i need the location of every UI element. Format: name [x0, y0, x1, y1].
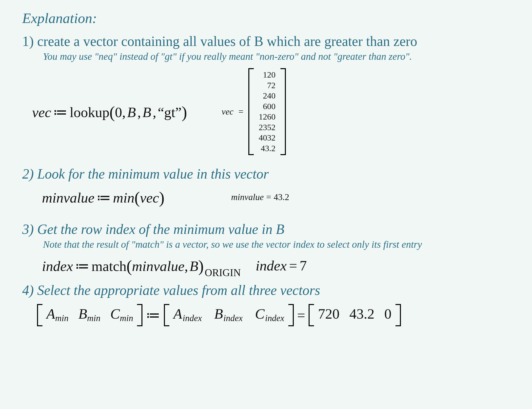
step3-subnote: Note that the result of "match" is a vec… [43, 239, 520, 250]
step2-title: 2) Look for the minimum value in this ve… [22, 166, 520, 182]
vec-cell: 72 [267, 80, 276, 91]
quote-open: “ [158, 104, 164, 121]
eq-sign: = [289, 257, 297, 274]
step4-mid-content: Aindex Bindex Cindex [169, 304, 288, 326]
quote-close: ” [175, 104, 182, 121]
vec-cell: 120 [263, 70, 276, 80]
comma: , [122, 104, 126, 121]
vec-cell: 4032 [259, 133, 276, 143]
sub-min: min [55, 313, 68, 323]
sym-A: A [46, 306, 55, 322]
step2-title-text: Look for the minimum value in this vecto… [37, 166, 269, 182]
vec-cell: 2352 [259, 122, 276, 133]
rparen: ) [182, 103, 187, 122]
bracket-left [309, 304, 314, 326]
sym-B: B [78, 306, 87, 322]
step1-argB2: B [142, 104, 151, 121]
eq-sign: = [238, 106, 243, 117]
bracket-right [395, 304, 401, 326]
step4-title: 4) Select the appropriate values from al… [22, 282, 520, 298]
bracket-left [164, 304, 169, 326]
vec-cell: 240 [263, 91, 276, 101]
step2-res-lhs: minvalue [231, 192, 264, 202]
step1-func: lookup [70, 104, 109, 121]
step1-number: 1) [22, 34, 34, 49]
step1-lhs: vec [32, 104, 51, 121]
bracket-right [288, 304, 294, 326]
bracket-left [248, 68, 254, 155]
vec-cell: 600 [263, 101, 276, 112]
step3-title: 3) Get the row index of the minimum valu… [22, 221, 520, 237]
step1-definition: vec ≔ lookup ( 0 , B , B , “gt” ) [32, 102, 187, 121]
step3-lhs: index [42, 258, 73, 274]
vec-cell: 43.2 [261, 143, 276, 154]
step1-gt: gt [164, 104, 175, 121]
sym-C: C [255, 306, 265, 322]
sym-A: A [173, 306, 182, 322]
step3-func: match [92, 258, 127, 274]
step4-title-text: Select the appropriate values from all t… [37, 283, 320, 298]
step3-title-text: Get the row index of the minimum value i… [37, 222, 284, 237]
step2-definition: minvalue ≔ min ( vec ) [42, 188, 164, 206]
lparen: ( [109, 103, 115, 122]
val-2: 43.2 [349, 306, 374, 322]
step1-vector: 120 72 240 600 1260 2352 4032 43.2 [248, 68, 286, 155]
lparen: ( [126, 257, 132, 276]
step2-arg: vec [140, 189, 159, 206]
step2-res-val: 43.2 [274, 192, 289, 202]
step1-title-text: create a vector containing all values of… [37, 34, 417, 49]
bracket-right [280, 68, 286, 155]
assign-op: ≔ [97, 189, 111, 206]
assign-op: ≔ [53, 104, 68, 121]
assign-op: ≔ [146, 307, 160, 324]
eq-sign: = [266, 192, 271, 202]
step1-subnote: You may use "neq" instead of "gt" if you… [43, 51, 520, 62]
assign-op: ≔ [75, 258, 90, 274]
step1-res-lhs: vec [222, 106, 234, 117]
val-3: 0 [384, 306, 392, 322]
step1-title: 1) create a vector containing all values… [22, 33, 520, 49]
step4-lhs-bracket: Amin Bmin Cmin [37, 304, 142, 326]
comma: , [153, 104, 156, 121]
comma: , [138, 104, 141, 121]
document-page: Explanation: 1) create a vector containi… [0, 0, 532, 409]
sub-index: index [183, 313, 202, 323]
step2-number: 2) [22, 166, 34, 182]
bracket-left [37, 304, 42, 326]
step4-rhs-bracket: 720 43.2 0 [309, 304, 401, 326]
val-1: 720 [318, 306, 339, 322]
vec-cell: 1260 [259, 112, 276, 122]
step3-definition: index ≔ match ( minvalue , B ) ORIGIN [42, 256, 241, 275]
step3-result: index = 7 [256, 257, 307, 274]
step4-number: 4) [22, 283, 34, 298]
step3-res-lhs: index [256, 257, 287, 274]
eq-sign: = [297, 307, 305, 324]
lparen: ( [135, 188, 140, 207]
sym-B: B [214, 306, 223, 322]
vector-cells: 120 72 240 600 1260 2352 4032 43.2 [254, 68, 280, 155]
sub-index: index [265, 313, 284, 323]
step1-equation-row: vec ≔ lookup ( 0 , B , B , “gt” ) vec = … [32, 68, 520, 155]
bracket-right [137, 304, 142, 326]
step1-argB1: B [127, 104, 136, 121]
step3-subscript: ORIGIN [205, 267, 241, 279]
step3-number: 3) [22, 222, 34, 237]
step2-result: minvalue = 43.2 [231, 192, 289, 202]
rparen: ) [198, 257, 204, 276]
step4-lhs-content: Amin Bmin Cmin [42, 304, 137, 326]
step2-func: min [113, 189, 135, 206]
step4-mid-bracket: Aindex Bindex Cindex [164, 304, 294, 326]
sub-min: min [120, 313, 133, 323]
step2-lhs: minvalue [42, 189, 95, 206]
comma: , [184, 258, 188, 274]
step1-result: vec = 120 72 240 600 1260 2352 4032 43.2 [222, 68, 286, 155]
explanation-heading: Explanation: [22, 10, 520, 26]
step3-arg2: B [190, 258, 198, 274]
rparen: ) [159, 188, 164, 207]
step3-equation-row: index ≔ match ( minvalue , B ) ORIGIN in… [32, 256, 520, 275]
sym-C: C [110, 306, 120, 322]
sub-min: min [87, 313, 100, 323]
step4-equation-row: Amin Bmin Cmin ≔ Aindex Bindex Cindex = … [37, 304, 520, 326]
step1-arg0: 0 [115, 104, 122, 121]
step3-arg1: minvalue [132, 258, 185, 274]
